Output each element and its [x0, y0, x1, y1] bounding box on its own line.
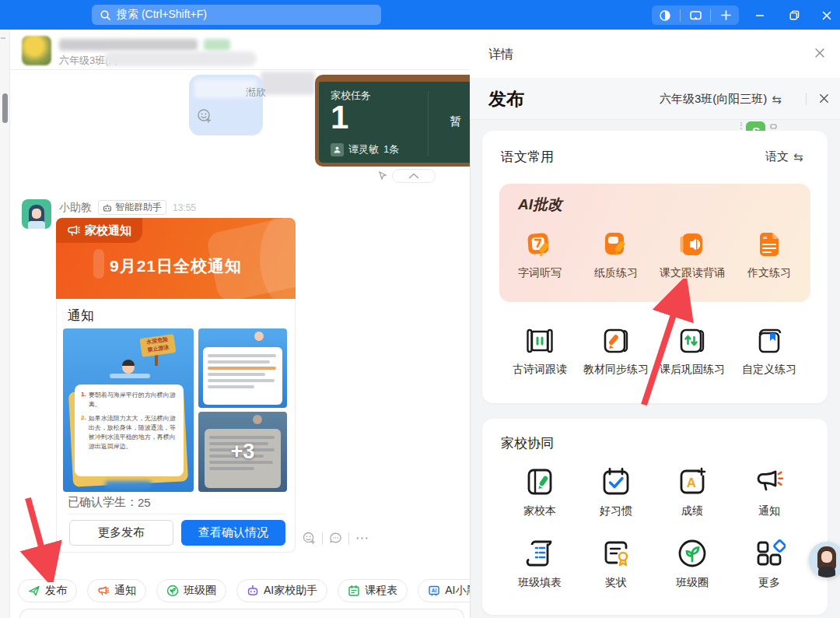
- notice-image-top[interactable]: [198, 328, 287, 408]
- paper-practice-icon: [600, 229, 632, 260]
- board-side-text: 暂: [450, 114, 461, 129]
- toolbar-item-class-circle[interactable]: 班级圈: [156, 579, 226, 602]
- screencast-icon[interactable]: [684, 5, 707, 25]
- notice-badge: 家校通知: [56, 218, 142, 243]
- add-icon[interactable]: [714, 5, 737, 25]
- toolbar-item-notice[interactable]: 通知: [87, 579, 146, 602]
- sprout-circle-icon: [166, 585, 179, 597]
- app-text-reading[interactable]: 课文跟读背诵: [655, 229, 730, 280]
- app-grades[interactable]: A 成绩: [655, 465, 730, 518]
- app-poem-reading[interactable]: 古诗词跟读: [502, 325, 577, 377]
- class-name: 六年级3班(向阳三班): [660, 92, 767, 107]
- chinese-section-title: 语文常用: [501, 148, 554, 166]
- floating-assistant-avatar[interactable]: [809, 542, 840, 578]
- message-composer[interactable]: [19, 609, 464, 618]
- book-bookmark-icon: [754, 325, 785, 356]
- toolbar-item-ai-assistant[interactable]: AI家校助手: [236, 579, 327, 602]
- class-switcher[interactable]: 六年级3班(向阳三班) ⇆: [660, 92, 782, 107]
- more-grid-icon: [753, 537, 786, 570]
- robot-icon: [103, 203, 112, 212]
- essay-icon: “: [754, 229, 785, 260]
- message-actions: [302, 531, 369, 546]
- group-avatar[interactable]: [22, 36, 51, 65]
- task-board[interactable]: 家校任务 1 暂 谭灵敏 1条: [315, 75, 482, 167]
- board-divider: [428, 91, 429, 156]
- floating-avatar-shirt: [818, 567, 835, 578]
- svg-text:AI: AI: [432, 588, 437, 593]
- restore-button[interactable]: [782, 5, 806, 25]
- chat-bubble[interactable]: [189, 75, 263, 135]
- notice-image-large[interactable]: 水深危险 禁止游泳 1.要朝着与海岸平行的方向横向游离。 2.如果水流阻力太大，…: [63, 328, 194, 492]
- toolbar-label: AI家校助手: [264, 584, 317, 598]
- window-titlebar: 搜索 (Ctrl+Shift+F): [0, 0, 840, 30]
- assistant-avatar[interactable]: [22, 199, 51, 229]
- app-notice[interactable]: 通知: [732, 465, 807, 518]
- bubble-sender-fragment: 湉欣: [246, 86, 266, 100]
- app-paper-practice[interactable]: 纸质练习: [579, 229, 653, 280]
- app-label: 成绩: [681, 504, 703, 518]
- class-circle-icon: [676, 537, 709, 570]
- theme-icon[interactable]: [653, 5, 677, 25]
- task-count: 1: [331, 99, 348, 136]
- app-award[interactable]: 奖状: [579, 537, 653, 590]
- app-word-dictation[interactable]: 字词听写: [502, 229, 577, 280]
- floating-avatar-face: [821, 551, 832, 563]
- thumb-swimmer: [254, 332, 264, 341]
- toolbar-label: 发布: [45, 584, 67, 598]
- notice-badge-label: 家校通知: [85, 223, 131, 238]
- search-input[interactable]: 搜索 (Ctrl+Shift+F): [92, 5, 381, 25]
- more-actions-icon[interactable]: [355, 531, 369, 546]
- app-class-circle[interactable]: 班级圈: [655, 537, 730, 590]
- warning-sign: 水深危险 禁止游泳: [140, 334, 177, 357]
- assistant-tag-label: 智能群助手: [115, 201, 162, 214]
- detail-title: 详情: [488, 47, 513, 63]
- confirmed-row: 已确认学生： 25: [68, 495, 151, 510]
- message-header: 小助教 智能群助手 13:55: [59, 200, 196, 215]
- app-more[interactable]: 更多: [732, 537, 807, 590]
- avatar-shirt: [28, 221, 45, 229]
- app-custom-practice[interactable]: 自定义练习: [732, 325, 807, 377]
- svg-text:“: “: [763, 234, 768, 244]
- titlebar-tools: [652, 5, 739, 25]
- more-publish-button[interactable]: 更多发布: [69, 520, 173, 546]
- annotation-arrow-reading: [632, 279, 698, 415]
- notice-card-header[interactable]: 家校通知 9月21日全校通知: [56, 218, 296, 299]
- app-class-form[interactable]: 班级填表: [502, 537, 577, 590]
- scrollbar-thumb[interactable]: [2, 93, 8, 123]
- ai-card-title: AI批改: [518, 195, 562, 215]
- add-reaction-icon[interactable]: [302, 531, 317, 546]
- search-placeholder: 搜索 (Ctrl+Shift+F): [117, 8, 207, 22]
- toolbar-item-schedule[interactable]: 课程表: [338, 579, 408, 602]
- toolbar-item-publish[interactable]: 发布: [18, 579, 77, 602]
- toolbar-label: 通知: [114, 584, 136, 598]
- poster-item1: 要朝着与海岸平行的方向横向游离。: [89, 391, 177, 409]
- comment-icon[interactable]: [328, 531, 343, 546]
- dictation-icon: [524, 229, 555, 260]
- app-essay-practice[interactable]: “ 作文练习: [732, 229, 807, 280]
- app-good-habit[interactable]: 好习惯: [579, 465, 653, 518]
- view-confirm-button[interactable]: 查看确认情况: [181, 520, 285, 546]
- minimize-button[interactable]: [748, 5, 772, 25]
- rail-mark: [1, 37, 5, 39]
- svg-text:A: A: [687, 476, 696, 490]
- publish-close-icon[interactable]: [818, 93, 830, 104]
- group-name-redacted: [59, 39, 198, 51]
- detail-close-icon[interactable]: [814, 47, 826, 59]
- group-subtitle-redacted: [104, 51, 257, 66]
- more-images-overlay[interactable]: +3: [198, 412, 287, 492]
- app-label: 班级圈: [676, 576, 709, 590]
- member-badge: 1条: [383, 142, 399, 156]
- close-window-button[interactable]: [815, 5, 838, 25]
- swap-subject-icon: ⇆: [793, 150, 803, 164]
- collapse-board-button[interactable]: [392, 169, 436, 183]
- publish-title: 发布: [488, 87, 524, 111]
- notebook-pencil-icon: [523, 465, 556, 498]
- app-home-school-book[interactable]: 家校本: [502, 465, 577, 518]
- app-label: 通知: [758, 504, 780, 518]
- confirmed-count: 25: [138, 496, 151, 509]
- pen-cursor-icon: [378, 170, 388, 181]
- subject-switcher[interactable]: 语文 ⇆: [765, 149, 803, 164]
- poster-logo-redacted: [105, 481, 152, 488]
- book-pencil-icon: [600, 325, 632, 356]
- emoji-add-icon[interactable]: [196, 107, 213, 125]
